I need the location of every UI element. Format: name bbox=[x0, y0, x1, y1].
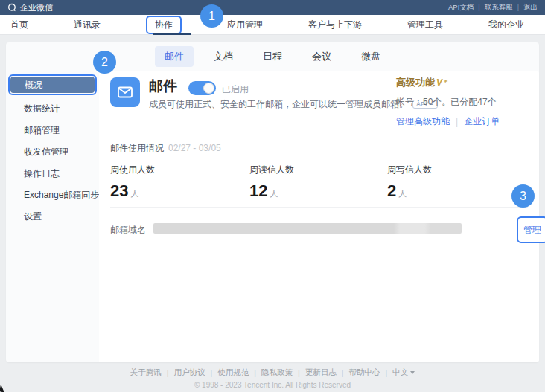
sidebar-item-mailbox-management[interactable]: 邮箱管理 bbox=[6, 120, 99, 141]
nav-item-collaboration-label: 协作 bbox=[155, 19, 173, 30]
stat-value: 23 bbox=[110, 181, 128, 200]
toggle-knob bbox=[203, 83, 214, 94]
sidebar-item-overview-annotation-box: 概况 bbox=[8, 74, 97, 95]
nav-item-collaboration-annotated[interactable]: 协作 bbox=[146, 16, 182, 34]
nav-item-admin-tools[interactable]: 管理工具 bbox=[407, 19, 443, 31]
mail-overview-content: 邮件 已启用 成员可使用正式、安全的工作邮箱，企业可以统一管理成员邮箱。API … bbox=[99, 71, 539, 362]
sidebar-item-settings[interactable]: 设置 bbox=[6, 206, 99, 228]
envelope-icon bbox=[116, 83, 134, 101]
separator: | bbox=[211, 368, 213, 377]
tab-docs[interactable]: 文档 bbox=[204, 46, 243, 67]
premium-section: 高级功能V⁺ 帐号：50个。已分配47个 管理高级功能 | 企业订单 bbox=[386, 76, 531, 128]
mail-app-icon bbox=[110, 77, 140, 107]
stat-unit: 人 bbox=[130, 189, 138, 198]
nav-item-my-company[interactable]: 我的企业 bbox=[488, 19, 524, 31]
divider bbox=[110, 207, 528, 208]
module-tabs: 邮件 文档 日程 会议 微盘 bbox=[6, 42, 539, 71]
copyright: © 1998 - 2023 Tencent Inc. All Rights Re… bbox=[0, 381, 545, 389]
footer-user-agreement-link[interactable]: 用户协议 bbox=[174, 367, 205, 378]
sidebar-item-operation-log[interactable]: 操作日志 bbox=[6, 163, 99, 184]
tab-meeting[interactable]: 会议 bbox=[302, 46, 341, 67]
nav-item-customers[interactable]: 客户与上下游 bbox=[308, 19, 362, 31]
stat-label: 周使用人数 bbox=[110, 164, 155, 176]
sidebar-item-statistics[interactable]: 数据统计 bbox=[6, 98, 99, 120]
nav-item-contacts[interactable]: 通讯录 bbox=[74, 19, 101, 31]
separator: | bbox=[254, 368, 256, 377]
stat-weekly-users: 周使用人数 23人 bbox=[110, 164, 155, 201]
tab-mail[interactable]: 邮件 bbox=[155, 46, 194, 67]
nav-item-app-management[interactable]: 应用管理 bbox=[227, 19, 263, 31]
stat-unit: 人 bbox=[270, 189, 278, 198]
annotation-step-1: 1 bbox=[200, 4, 223, 28]
stat-value: 12 bbox=[249, 181, 267, 200]
mail-title: 邮件 bbox=[149, 77, 177, 96]
stat-value: 2 bbox=[387, 181, 396, 200]
stat-label: 周读信人数 bbox=[249, 164, 294, 176]
manage-domain-link[interactable]: 管理 bbox=[523, 224, 541, 237]
stat-weekly-writers: 周写信人数 2人 bbox=[387, 164, 432, 201]
sidebar: 概况 数据统计 邮箱管理 收发信管理 操作日志 Exchange邮箱同步 设置 bbox=[6, 71, 99, 362]
topbar-links: API文档 | 联系客服 | 退出 bbox=[448, 3, 538, 13]
stat-weekly-readers: 周读信人数 12人 bbox=[249, 164, 294, 201]
footer-changelog-link[interactable]: 更新日志 bbox=[305, 367, 337, 378]
caret-down-icon bbox=[410, 371, 415, 374]
usage-title: 邮件使用情况 bbox=[110, 143, 164, 153]
mail-enabled-toggle[interactable] bbox=[188, 81, 216, 95]
premium-accounts: 帐号：50个。已分配47个 bbox=[396, 96, 531, 109]
manage-domain-annotation-box[interactable]: 管理 bbox=[517, 216, 545, 243]
page: 企业微信 API文档 | 联系客服 | 退出 首页 通讯录 协作 应用管理 客户… bbox=[0, 0, 545, 392]
premium-title-text: 高级功能 bbox=[396, 77, 435, 88]
annotation-step-2: 2 bbox=[93, 51, 116, 74]
separator: | bbox=[517, 4, 519, 11]
main-nav: 首页 通讯录 协作 应用管理 客户与上下游 管理工具 我的企业 bbox=[0, 15, 545, 35]
separator: | bbox=[385, 368, 387, 377]
separator: | bbox=[342, 368, 344, 377]
tab-drive[interactable]: 微盘 bbox=[351, 46, 390, 67]
wechat-work-logo-icon bbox=[7, 3, 17, 13]
footer-usage-rules-link[interactable]: 使用规范 bbox=[217, 367, 249, 378]
usage-period: 02/27 - 03/05 bbox=[168, 143, 221, 153]
premium-vip-icon: V⁺ bbox=[436, 77, 447, 88]
annotation-step-3: 3 bbox=[511, 184, 535, 208]
mail-description-text: 成员可使用正式、安全的工作邮箱，企业可以统一管理成员邮箱。 bbox=[149, 99, 408, 109]
language-label: 中文 bbox=[392, 367, 408, 378]
language-selector[interactable]: 中文 bbox=[392, 367, 415, 378]
footer-privacy-link[interactable]: 隐私政策 bbox=[261, 367, 293, 378]
toggle-status-label: 已启用 bbox=[222, 83, 249, 96]
app-logo-text: 企业微信 bbox=[20, 2, 53, 13]
tab-calendar[interactable]: 日程 bbox=[253, 46, 292, 67]
usage-title-row: 邮件使用情况02/27 - 03/05 bbox=[110, 142, 221, 155]
sidebar-item-overview[interactable]: 概况 bbox=[10, 77, 95, 93]
stat-label: 周写信人数 bbox=[387, 164, 432, 176]
footer-help-center-link[interactable]: 帮助中心 bbox=[348, 367, 380, 378]
premium-title: 高级功能V⁺ bbox=[396, 76, 531, 89]
separator: | bbox=[478, 4, 479, 11]
logout-link[interactable]: 退出 bbox=[523, 3, 538, 13]
app-logo[interactable]: 企业微信 bbox=[7, 2, 53, 13]
domain-label: 邮箱域名 bbox=[110, 224, 146, 237]
divider bbox=[110, 126, 528, 126]
mail-admin-card: 邮件 文档 日程 会议 微盘 概况 数据统计 邮箱管理 收发信管理 操作日志 E… bbox=[6, 42, 539, 362]
active-nav-indicator bbox=[153, 33, 191, 35]
stat-unit: 人 bbox=[398, 189, 407, 198]
redacted-domain-bar bbox=[153, 223, 462, 234]
separator: | bbox=[167, 368, 169, 377]
footer-about-link[interactable]: 关于腾讯 bbox=[130, 367, 162, 378]
nav-item-home[interactable]: 首页 bbox=[10, 19, 28, 31]
sidebar-item-send-receive[interactable]: 收发信管理 bbox=[6, 141, 99, 163]
sidebar-item-exchange-sync[interactable]: Exchange邮箱同步 bbox=[6, 184, 99, 206]
separator: | bbox=[298, 368, 300, 377]
footer-links: 关于腾讯 | 用户协议 | 使用规范 | 隐私政策 | 更新日志 | 帮助中心 … bbox=[0, 367, 545, 378]
topbar: 企业微信 API文档 | 联系客服 | 退出 bbox=[0, 0, 545, 15]
contact-support-link[interactable]: 联系客服 bbox=[485, 3, 513, 13]
footer: 关于腾讯 | 用户协议 | 使用规范 | 隐私政策 | 更新日志 | 帮助中心 … bbox=[0, 367, 545, 389]
api-docs-link[interactable]: API文档 bbox=[448, 3, 474, 13]
cursor-artifact bbox=[0, 384, 6, 392]
